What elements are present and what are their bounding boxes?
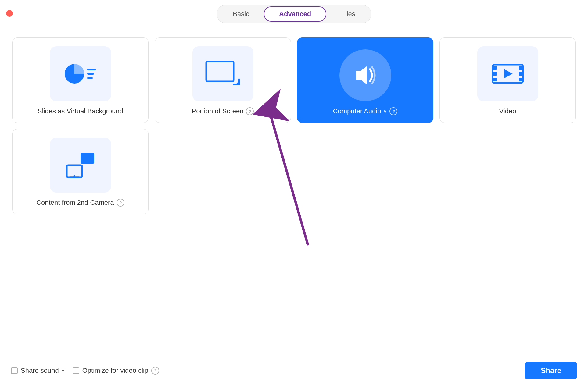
card-content-2nd-camera[interactable]: Content from 2nd Camera ?: [12, 129, 149, 214]
svg-rect-10: [493, 66, 497, 70]
card-slides-virtual-bg[interactable]: Slides as Virtual Background: [12, 37, 149, 123]
card-video[interactable]: Video: [439, 37, 576, 123]
card-icon-audio: [339, 49, 391, 101]
close-button[interactable]: [6, 10, 13, 17]
share-button[interactable]: Share: [525, 362, 577, 379]
tab-basic[interactable]: Basic: [218, 6, 264, 22]
card-label-slides: Slides as Virtual Background: [38, 107, 123, 115]
svg-rect-17: [81, 153, 94, 164]
camera-help-icon[interactable]: ?: [117, 199, 124, 207]
card-label-2nd-camera: Content from 2nd Camera ?: [36, 199, 124, 207]
tab-advanced[interactable]: Advanced: [264, 6, 326, 22]
main-content: Slides as Virtual Background Portion of …: [0, 28, 588, 223]
portion-help-icon[interactable]: ?: [246, 107, 254, 115]
share-sound-label: Share sound: [21, 367, 59, 375]
optimize-checkbox[interactable]: [73, 367, 79, 374]
svg-rect-4: [206, 62, 234, 81]
audio-chevron-icon[interactable]: ∨: [383, 108, 387, 114]
footer: Share sound ▾ Optimize for video clip ? …: [0, 357, 588, 384]
svg-rect-3: [87, 77, 93, 79]
svg-rect-1: [87, 69, 96, 70]
tab-files[interactable]: Files: [326, 6, 370, 22]
card-label-audio: Computer Audio ∨ ?: [333, 107, 398, 115]
svg-rect-2: [87, 73, 94, 75]
svg-rect-14: [519, 72, 523, 76]
optimize-help-icon[interactable]: ?: [151, 367, 159, 375]
card-computer-audio[interactable]: Computer Audio ∨ ?: [297, 37, 433, 123]
svg-rect-15: [519, 78, 523, 81]
card-icon-slides: [50, 46, 111, 101]
share-sound-checkbox[interactable]: [11, 367, 18, 374]
card-icon-video: [477, 46, 538, 101]
header: Basic Advanced Files: [0, 0, 588, 28]
tab-bar: Basic Advanced Files: [217, 5, 371, 23]
share-sound-group: Share sound ▾: [11, 367, 64, 375]
card-label-video: Video: [499, 107, 516, 115]
svg-rect-11: [493, 72, 497, 76]
svg-marker-8: [356, 66, 367, 84]
svg-marker-16: [504, 69, 513, 78]
svg-rect-13: [519, 66, 523, 70]
window-controls: [6, 10, 13, 18]
card-icon-portion: [192, 46, 253, 101]
card-icon-2nd-camera: [50, 138, 111, 193]
svg-rect-12: [493, 78, 497, 81]
card-portion-of-screen[interactable]: Portion of Screen ?: [155, 37, 291, 123]
card-label-portion: Portion of Screen ?: [192, 107, 254, 115]
footer-left: Share sound ▾ Optimize for video clip ?: [11, 367, 159, 375]
share-sound-dropdown-icon[interactable]: ▾: [62, 368, 64, 373]
optimize-video-group: Optimize for video clip ?: [73, 367, 159, 375]
optimize-label: Optimize for video clip: [82, 367, 148, 375]
audio-help-icon[interactable]: ?: [389, 107, 397, 115]
